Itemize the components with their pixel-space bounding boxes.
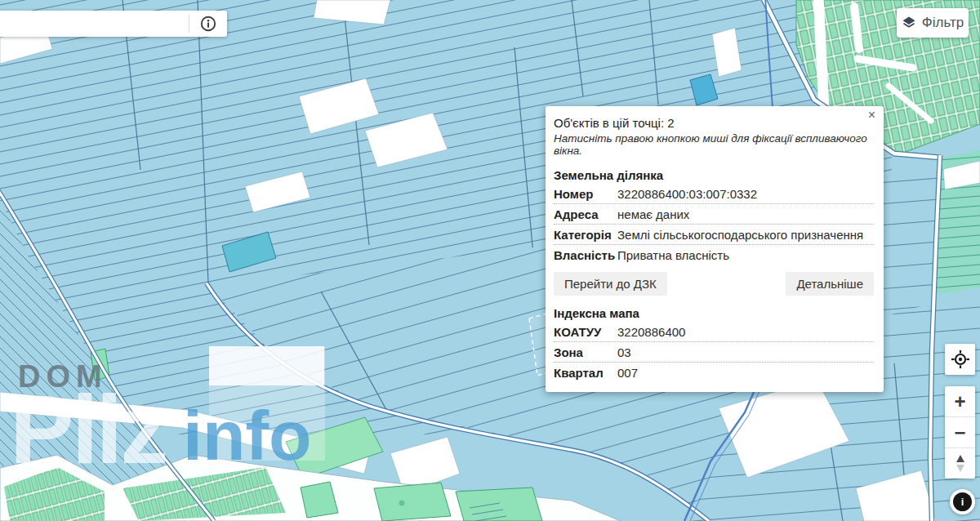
row-value: Землі сільськогосподарського призначення [617,228,874,242]
search-input[interactable] [0,11,189,37]
info-icon [199,15,217,33]
table-row: Власність Приватна власність [554,245,874,265]
row-value: 03 [617,345,874,359]
popup-hint: Натисніть правою кнопкою миші для фіксац… [554,132,874,157]
zoom-control: + − [945,386,975,479]
locate-button[interactable] [945,344,975,375]
details-button[interactable]: Детальніше [786,272,874,296]
search-info-button[interactable] [189,11,227,37]
goto-dzk-button[interactable]: Перейти до ДЗК [554,272,667,296]
map-view: DOM Pliz info Фільтр × Об'єктів в цій то… [0,0,980,521]
filter-button[interactable]: Фільтр [897,8,969,38]
row-label: Квартал [554,366,617,380]
row-value: 3220886400 [617,325,874,339]
zoom-slider-handle[interactable] [945,448,975,479]
table-row: Зона 03 [554,342,874,363]
parcel-info-popup: × Об'єктів в цій точці: 2 Натисніть прав… [546,106,884,392]
table-row: Адреса немає даних [554,204,874,225]
info-icon: i [953,492,972,511]
row-label: КОАТУУ [554,325,617,339]
row-label: Категорія [554,228,617,242]
row-label: Зона [554,345,617,359]
row-label: Адреса [554,207,617,221]
table-row: Квартал 007 [554,363,874,382]
row-value: Приватна власність [617,248,874,262]
land-parcel-heading: Земельна ділянка [554,168,874,182]
popup-objects-count: Об'єктів в цій точці: 2 [554,116,874,130]
layers-icon [902,16,916,30]
crosshair-icon [951,350,970,369]
table-row: Номер 3220886400:03:007:0332 [554,184,874,204]
map-info-button[interactable]: i [950,489,975,514]
row-label: Власність [554,248,617,262]
search-bar [0,11,227,37]
zoom-in-button[interactable]: + [945,386,975,417]
filter-button-label: Фільтр [922,15,964,31]
row-value: немає даних [617,207,874,221]
popup-close-button[interactable]: × [868,108,875,122]
zoom-out-button[interactable]: − [945,417,975,448]
index-map-heading: Індексна мапа [554,306,874,320]
triangle-down-icon [956,465,964,472]
row-value: 007 [617,366,874,380]
popup-button-row: Перейти до ДЗК Детальніше [554,272,874,296]
table-row: КОАТУУ 3220886400 [554,322,874,342]
triangle-up-icon [956,455,964,462]
row-value: 3220886400:03:007:0332 [617,187,874,201]
table-row: Категорія Землі сільськогосподарського п… [554,225,874,245]
row-label: Номер [554,187,617,201]
